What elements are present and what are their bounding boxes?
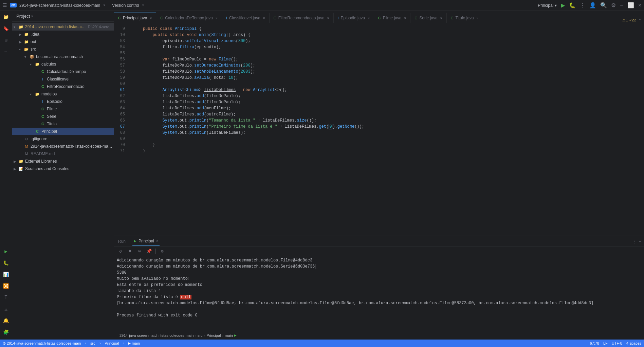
sidebar-icon-bookmarks[interactable]: 🔖: [1, 24, 11, 33]
debug-button[interactable]: 🐛: [569, 2, 576, 8]
tab-close-episodio[interactable]: ×: [368, 16, 370, 20]
tab-icon-classificavel: I: [226, 16, 227, 20]
settings-button[interactable]: ⚙: [611, 2, 616, 8]
tree-item-out[interactable]: ▶ 📁 out: [12, 38, 114, 45]
minimize-button[interactable]: −: [620, 2, 623, 8]
run-button[interactable]: ▶: [561, 2, 565, 8]
tab-icon-filme: C: [378, 16, 381, 20]
sidebar-icon-git[interactable]: 🔀: [1, 281, 11, 291]
close-button[interactable]: ×: [638, 2, 641, 8]
breadcrumb-main[interactable]: main ▶: [225, 333, 237, 337]
tree-label-ext: External Libraries: [25, 159, 57, 164]
pin-button[interactable]: 📌: [145, 248, 153, 255]
tree-arrow-ext: ▶: [14, 160, 18, 163]
settings-btn[interactable]: ⚙: [159, 248, 166, 255]
sidebar-icon-profiler[interactable]: 📊: [1, 270, 11, 279]
bottom-panel-more[interactable]: ⋮: [632, 239, 636, 244]
editor-scrollbar[interactable]: [639, 23, 644, 236]
tab-serie[interactable]: C Serie.java ×: [410, 13, 446, 23]
breadcrumb-src[interactable]: src: [198, 333, 203, 337]
tree-item-calculadora[interactable]: ▶ C CalculadoraDeTempo: [12, 68, 114, 75]
tab-icon-filtro: C: [274, 16, 276, 20]
status-position[interactable]: 67:78: [590, 341, 599, 345]
more-options-button[interactable]: ⋮: [580, 2, 585, 8]
bottom-panel-controls: ⋮ −: [632, 239, 641, 244]
tab-principal[interactable]: C Principal.java ×: [114, 13, 156, 23]
sidebar-icon-notifications[interactable]: 🔔: [1, 316, 11, 325]
tree-item-episodio[interactable]: ▶ I Episodio: [12, 98, 114, 105]
bottom-tab-principal[interactable]: ▶ Principal ×: [132, 236, 160, 246]
code-content[interactable]: public class Principal { public static v…: [128, 23, 639, 236]
rerun-button[interactable]: ↺: [117, 248, 124, 255]
tree-item-idea[interactable]: ▶ 📁 .idea: [12, 31, 114, 38]
tree-item-filtro[interactable]: ▶ C FiltroRecomendacao: [12, 83, 114, 90]
status-sep-3: ›: [123, 341, 125, 345]
tree-item-readme[interactable]: ▶ M README.md: [12, 150, 114, 158]
tree-label-episodio: Episodio: [47, 99, 62, 104]
tab-close-titulo[interactable]: ×: [477, 16, 479, 20]
tree-item-pkg-root[interactable]: ▾ 📦 br.com.alura.screenmatch: [12, 53, 114, 60]
tab-close-calculadora[interactable]: ×: [216, 16, 218, 20]
tab-expand-button[interactable]: ⌃: [639, 18, 641, 23]
tree-item-ext-libs[interactable]: ▶ 📁 External Libraries: [12, 158, 114, 165]
run-config-arrow[interactable]: ▾: [555, 3, 557, 8]
tab-calculadora[interactable]: C CalculadoraDeTempo.java ×: [156, 13, 222, 23]
principal-tab-close[interactable]: ×: [156, 239, 158, 243]
maximize-button[interactable]: ⬜: [627, 2, 634, 8]
bottom-tab-run[interactable]: Run: [117, 236, 127, 246]
tab-titulo[interactable]: C Titulo.java ×: [447, 13, 483, 23]
tree-item-calculos[interactable]: ▾ 📁 calculos: [12, 60, 114, 68]
line-numbers: 9 10 53 54 55 56 57 58 59 60 61 62 63 64…: [114, 23, 128, 236]
sidebar-icon-run-active[interactable]: ▶: [1, 246, 11, 256]
tree-item-classificavel[interactable]: ▶ I Classificavel: [12, 75, 114, 83]
sidebar-icon-more[interactable]: ⋯: [1, 47, 11, 56]
console-output[interactable]: Adicionando duração em minutos de br.com…: [114, 256, 644, 331]
left-icon-sidebar: 📁 🔖 ⊞ ⋯ ▶ 🐛 📊 🔀 T ⚠ 🔔 🧩: [0, 11, 12, 340]
restore-button[interactable]: ⊙: [136, 248, 143, 255]
console-line-6: Tamanho da lista 4: [117, 288, 641, 294]
sidebar-icon-project[interactable]: 📁: [1, 12, 11, 22]
search-button[interactable]: 🔍: [600, 2, 607, 8]
version-control-arrow[interactable]: ▾: [142, 3, 144, 8]
tree-item-principal[interactable]: ▶ C Principal: [12, 128, 114, 135]
tab-close-principal[interactable]: ×: [150, 16, 152, 20]
status-main: ▶ main: [128, 341, 140, 345]
project-arrow[interactable]: ▾: [31, 14, 33, 18]
status-encoding[interactable]: UTF-8: [612, 341, 622, 345]
tree-item-titulo[interactable]: ▶ C Titulo: [12, 120, 114, 128]
status-spaces[interactable]: 4 spaces: [626, 341, 641, 345]
tab-episodio[interactable]: I Episodio.java ×: [334, 13, 374, 23]
tab-filme[interactable]: C Filme.java ×: [374, 13, 410, 23]
scratch-icon: 📝: [18, 166, 24, 171]
tree-item-root[interactable]: ▾ 📁 2914-java-screenmatch-listas-colecoe…: [12, 23, 114, 31]
sidebar-icon-plugins[interactable]: 🧩: [1, 327, 11, 337]
add-user-button[interactable]: 👤: [589, 2, 596, 8]
project-dropdown-arrow[interactable]: ▾: [103, 3, 105, 8]
tree-item-serie[interactable]: ▶ C Serie: [12, 113, 114, 120]
tab-close-serie[interactable]: ×: [440, 16, 442, 20]
status-lf[interactable]: LF: [603, 341, 608, 345]
tree-item-src[interactable]: ▾ 📂 src: [12, 45, 114, 53]
tab-close-classificavel[interactable]: ×: [263, 16, 265, 20]
sidebar-icon-structure[interactable]: ⊞: [1, 35, 11, 45]
hamburger-menu[interactable]: ☰: [3, 2, 7, 8]
tab-filtro[interactable]: C FiltroRecomendacao.java ×: [270, 13, 334, 23]
tree-item-iml[interactable]: ▶ M 2914-java-screenmatch-listas-colecoe…: [12, 143, 114, 150]
tab-classificavel[interactable]: I Classificavel.java ×: [222, 13, 270, 23]
tree-item-modelos[interactable]: ▾ 📁 modelos: [12, 90, 114, 98]
bottom-panel-minimize[interactable]: −: [639, 239, 641, 244]
sidebar-icon-problems[interactable]: ⚠: [1, 304, 11, 314]
breadcrumb-principal[interactable]: Principal: [206, 333, 221, 337]
sidebar-icon-debug[interactable]: 🐛: [1, 258, 11, 268]
sidebar-icon-terminal[interactable]: T: [1, 293, 11, 302]
breadcrumb-project[interactable]: 2914-java-screenmatch-listas-colecoes-ma…: [119, 333, 194, 337]
code-editor[interactable]: 9 10 53 54 55 56 57 58 59 60 61 62 63 64…: [114, 23, 644, 236]
version-control-label[interactable]: Version control: [112, 3, 139, 8]
stop-button[interactable]: ■: [126, 248, 134, 255]
java-icon-filme: C: [40, 106, 45, 112]
tree-item-gitignore[interactable]: ▶ ⊙ .gitignore: [12, 135, 114, 143]
tab-close-filme[interactable]: ×: [404, 16, 406, 20]
tree-item-filme[interactable]: ▶ C Filme: [12, 105, 114, 113]
tree-item-scratches[interactable]: ▶ 📝 Scratches and Consoles: [12, 165, 114, 172]
tab-close-filtro[interactable]: ×: [327, 16, 329, 20]
